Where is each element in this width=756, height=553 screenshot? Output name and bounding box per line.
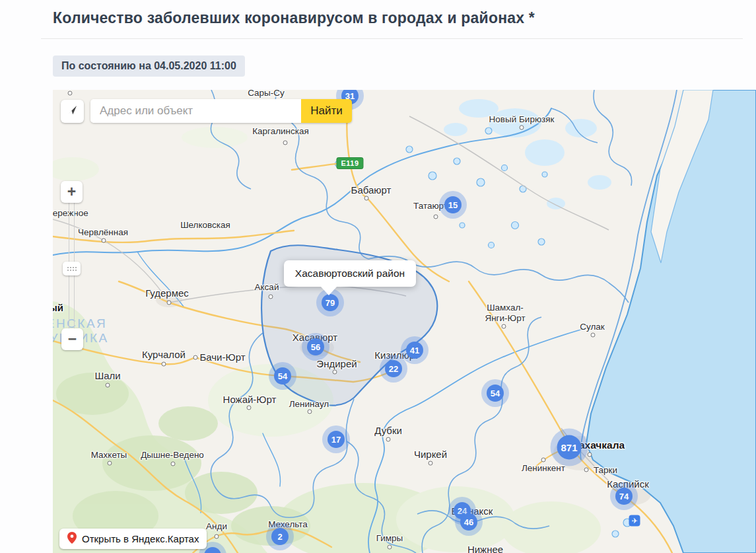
- date-badge: По состоянию на 04.05.2020 11:00: [53, 55, 245, 77]
- case-marker[interactable]: 74: [615, 488, 633, 505]
- search-input[interactable]: [90, 99, 301, 123]
- page: Количество заболевших коронавирусом в го…: [0, 0, 756, 553]
- case-marker[interactable]: 15: [444, 196, 462, 213]
- divider: [41, 38, 743, 39]
- case-marker-value: 56: [311, 342, 320, 352]
- case-marker[interactable]: 56: [307, 338, 324, 355]
- case-marker[interactable]: 54: [487, 385, 504, 402]
- case-marker[interactable]: 79: [322, 294, 339, 311]
- search-bar: Найти: [90, 99, 352, 123]
- case-marker-value: 70: [208, 551, 217, 553]
- case-marker-value: 74: [619, 492, 629, 501]
- find-button[interactable]: Найти: [301, 99, 352, 123]
- open-in-yandex-button[interactable]: Открыть в Яндекс.Картах: [59, 529, 207, 549]
- zoom-slider-handle[interactable]: [63, 262, 81, 276]
- yandex-pin-icon: [67, 532, 77, 546]
- case-marker-value: 46: [464, 517, 473, 527]
- case-marker[interactable]: 22: [385, 360, 402, 377]
- locate-arrow-icon: [66, 104, 79, 119]
- slider-grip-icon: [67, 267, 77, 271]
- case-marker-value: 54: [491, 388, 500, 398]
- case-marker[interactable]: 46: [460, 513, 477, 531]
- case-marker[interactable]: 871: [557, 435, 582, 460]
- markers-layer: 311579564122545417871742446270: [53, 90, 756, 553]
- case-marker[interactable]: 17: [327, 431, 345, 448]
- case-marker-value: 17: [331, 435, 341, 445]
- case-marker[interactable]: 2: [271, 528, 289, 545]
- case-marker-value: 79: [326, 298, 335, 308]
- case-marker[interactable]: 41: [406, 342, 423, 359]
- case-marker-value: 54: [278, 371, 287, 381]
- case-marker[interactable]: 54: [274, 367, 291, 385]
- case-marker-value: 15: [448, 200, 458, 210]
- page-title: Количество заболевших коронавирусом в го…: [53, 9, 535, 27]
- open-in-yandex-label: Открыть в Яндекс.Картах: [82, 533, 199, 544]
- map-container[interactable]: Е119 ✈ Сары-СуКаргалинскаяНовый БирюзякБ…: [53, 90, 756, 553]
- district-tooltip: Хасавюртовский район: [284, 260, 416, 287]
- case-marker-value: 2: [277, 532, 282, 542]
- case-marker[interactable]: 70: [204, 547, 221, 553]
- zoom-out-button[interactable]: −: [61, 328, 83, 350]
- case-marker-value: 871: [561, 442, 577, 453]
- case-marker-value: 41: [410, 346, 419, 355]
- zoom-in-button[interactable]: +: [61, 181, 83, 203]
- locate-button[interactable]: [61, 100, 84, 123]
- case-marker-value: 22: [389, 364, 398, 374]
